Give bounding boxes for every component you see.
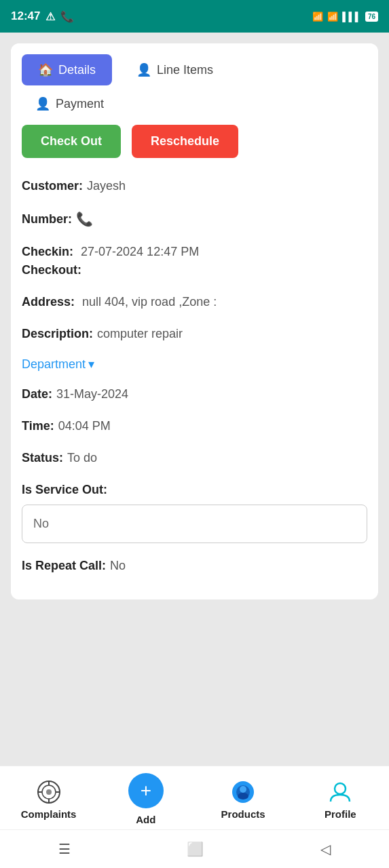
signal-icon: 📶 (327, 12, 338, 22)
system-nav-bar: ☰ ⬜ ◁ (0, 829, 389, 868)
time-label: Time: (22, 417, 54, 435)
customer-value: Jayesh (87, 177, 126, 195)
phone-icon: 📞 (76, 209, 93, 229)
repeat-call-label: Is Repeat Call: (22, 557, 106, 575)
add-button[interactable]: + (128, 773, 164, 808)
description-label: Description: (22, 325, 93, 343)
status-value: To do (67, 449, 97, 467)
status-row: Status: To do (22, 449, 367, 467)
description-row: Description: computer repair (22, 325, 367, 343)
complaints-icon (35, 778, 62, 806)
status-bar-right: 📶 📶 ▌▌▌ 76 (312, 12, 378, 22)
description-value: computer repair (97, 325, 183, 343)
checkout-label: Checkout: (22, 263, 81, 277)
service-out-row: Is Service Out: No (22, 481, 367, 543)
nav-add[interactable]: + Add (97, 773, 194, 825)
svg-point-9 (240, 786, 246, 793)
signal-bars-icon: ▌▌▌ (342, 12, 361, 22)
add-label: Add (136, 814, 155, 825)
service-out-label: Is Service Out: (22, 483, 107, 496)
checkin-label: Checkin: (22, 245, 73, 258)
time-row: Time: 04:04 PM (22, 417, 367, 435)
time-display: 12:47 (11, 9, 40, 23)
action-buttons: Check Out Reschedule (22, 125, 367, 158)
number-label: Number: (22, 210, 72, 229)
main-content: 🏠 Details 👤 Line Items 👤 Payment Che (0, 33, 389, 766)
status-bar: 12:47 ⚠ 📞 📶 📶 ▌▌▌ 76 (0, 0, 389, 33)
number-row: Number: 📞 (22, 209, 367, 229)
wifi-icon: 📶 (312, 12, 323, 22)
tab-row-2: 👤 Payment (22, 91, 367, 125)
nav-profile[interactable]: Profile (292, 778, 389, 820)
person-icon-1: 👤 (136, 62, 151, 77)
products-icon (229, 778, 257, 806)
bottom-nav: Complaints + Add Products Profile (0, 766, 389, 829)
checkin-row: Checkin: 27-07-2024 12:47 PM Checkout: (22, 243, 367, 279)
plus-icon: + (141, 780, 151, 802)
chevron-down-icon: ▾ (88, 357, 94, 372)
customer-label: Customer: (22, 177, 83, 195)
phone-icon-status: 📞 (60, 10, 74, 23)
profile-icon (327, 778, 354, 806)
status-bar-left: 12:47 ⚠ 📞 (11, 9, 74, 23)
nav-products[interactable]: Products (195, 778, 292, 820)
svg-point-11 (335, 783, 346, 794)
date-value: 31-May-2024 (56, 385, 128, 403)
svg-point-10 (238, 793, 248, 800)
checkout-button[interactable]: Check Out (22, 125, 121, 158)
date-row: Date: 31-May-2024 (22, 385, 367, 403)
address-label: Address: (22, 295, 75, 309)
date-label: Date: (22, 385, 52, 403)
tab-line-items[interactable]: 👤 Line Items (120, 54, 229, 85)
tab-details[interactable]: 🏠 Details (22, 54, 112, 85)
complaints-label: Complaints (21, 808, 77, 820)
tab-payment[interactable]: 👤 Payment (22, 91, 117, 117)
home-icon: 🏠 (38, 62, 53, 77)
tab-row-1: 🏠 Details 👤 Line Items (22, 54, 367, 85)
home-button[interactable]: ⬜ (170, 838, 220, 860)
repeat-call-row: Is Repeat Call: No (22, 557, 367, 575)
person-icon-2: 👤 (35, 96, 50, 111)
address-value: null 404, vip road ,Zone : (82, 295, 217, 309)
battery-display: 76 (365, 12, 378, 22)
warning-icon: ⚠ (45, 10, 55, 23)
content-card: 🏠 Details 👤 Line Items 👤 Payment Che (11, 43, 378, 599)
profile-label: Profile (325, 808, 356, 820)
checkin-value: 27-07-2024 12:47 PM (81, 245, 199, 258)
back-button[interactable]: ◁ (304, 838, 347, 860)
products-label: Products (221, 808, 265, 820)
nav-complaints[interactable]: Complaints (0, 778, 97, 820)
time-value: 04:04 PM (58, 417, 111, 435)
status-label: Status: (22, 449, 63, 467)
service-out-value: No (33, 517, 49, 530)
address-row: Address: null 404, vip road ,Zone : (22, 293, 367, 311)
menu-button[interactable]: ☰ (42, 838, 87, 860)
top-tab-bar: 🏠 Details 👤 Line Items 👤 Payment (11, 43, 378, 125)
department-dropdown[interactable]: Department ▾ (22, 357, 367, 372)
reschedule-button[interactable]: Reschedule (132, 125, 238, 158)
repeat-call-value: No (110, 557, 126, 575)
customer-row: Customer: Jayesh (22, 177, 367, 195)
department-label: Department (22, 357, 86, 372)
card-content: Check Out Reschedule Customer: Jayesh Nu… (11, 125, 378, 599)
service-out-field[interactable]: No (22, 505, 367, 543)
svg-point-2 (46, 789, 52, 795)
